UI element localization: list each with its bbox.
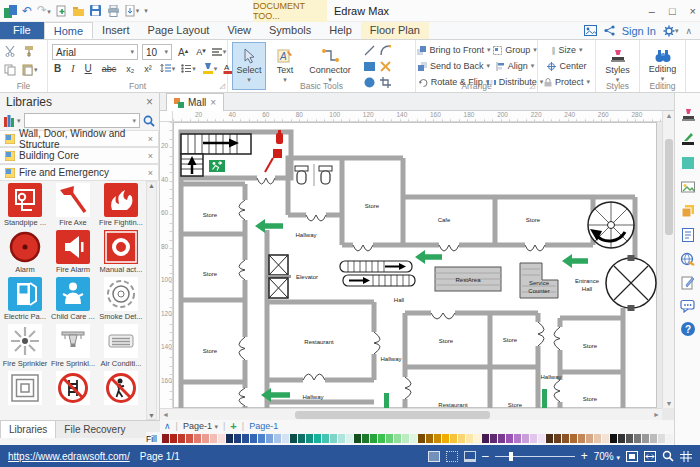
- page-selector[interactable]: Page-1 ▾: [183, 421, 218, 431]
- fill-swatch[interactable]: [194, 434, 201, 443]
- shrink-font-button[interactable]: A▾: [194, 47, 208, 57]
- tab-insert[interactable]: Insert: [93, 22, 139, 39]
- fill-swatch[interactable]: [338, 434, 345, 443]
- share-icon[interactable]: [604, 25, 615, 36]
- collapse-ribbon-icon[interactable]: ∧: [685, 26, 692, 36]
- fill-swatch[interactable]: [482, 434, 489, 443]
- fill-color-swatch-icon[interactable]: [680, 155, 696, 171]
- gear-icon[interactable]: ▾: [663, 25, 679, 37]
- edrawsoft-link[interactable]: https://www.edrawsoft.com/: [8, 451, 130, 462]
- library-section-building-core[interactable]: Building Core×: [0, 147, 159, 164]
- fill-swatch[interactable]: [322, 434, 329, 443]
- room-label[interactable]: Store: [583, 396, 598, 402]
- zoom-level[interactable]: 70% ▾: [594, 451, 620, 462]
- zoom-slider-thumb[interactable]: [509, 452, 513, 461]
- fill-swatch[interactable]: [234, 434, 241, 443]
- restroom-fixtures[interactable]: [295, 164, 332, 186]
- collapse-pagebar-icon[interactable]: ∧: [164, 421, 171, 431]
- tab-home[interactable]: Home: [44, 22, 93, 39]
- library-symbol[interactable]: Child Care ...: [49, 275, 97, 322]
- library-symbol[interactable]: [49, 369, 97, 416]
- vertical-scroll-thumb[interactable]: [665, 139, 673, 235]
- fill-swatch[interactable]: [538, 434, 545, 443]
- library-symbol[interactable]: Fire Sprinkl...: [49, 322, 97, 369]
- search-icon[interactable]: [143, 115, 155, 127]
- sign-in-link[interactable]: Sign In: [622, 25, 656, 37]
- fill-swatch[interactable]: [578, 434, 585, 443]
- library-symbol[interactable]: [1, 369, 49, 416]
- fill-swatch[interactable]: [626, 434, 633, 443]
- library-search-input[interactable]: ▾: [24, 113, 140, 128]
- room-label[interactable]: Store: [203, 348, 218, 354]
- tab-floor-plan[interactable]: Floor Plan: [361, 22, 429, 39]
- tab-file-recovery[interactable]: File Recovery: [56, 421, 133, 438]
- close-section-icon[interactable]: ×: [148, 168, 153, 178]
- scroll-down-icon[interactable]: ▼: [148, 412, 155, 419]
- libraries-panel-close-icon[interactable]: ×: [146, 95, 153, 109]
- fill-swatch[interactable]: [562, 434, 569, 443]
- room-label[interactable]: Hallway: [380, 356, 401, 362]
- fill-swatch[interactable]: [570, 434, 577, 443]
- library-symbol[interactable]: Fire Sprinkler: [1, 322, 49, 369]
- more-icon[interactable]: ▾: [144, 7, 148, 15]
- tab-page-layout[interactable]: Page Layout: [139, 22, 219, 39]
- size-button[interactable]: ∥Size▾: [551, 43, 582, 57]
- fill-swatch[interactable]: [362, 434, 369, 443]
- scroll-up-icon[interactable]: ▲: [148, 182, 155, 189]
- fill-swatch[interactable]: [426, 434, 433, 443]
- fill-swatch[interactable]: [514, 434, 521, 443]
- drawing-region[interactable]: Store Store Store Hallway Store Cafe Sto…: [173, 122, 662, 408]
- theme-pen-icon[interactable]: [680, 131, 696, 147]
- floor-plan-drawing[interactable]: Store Store Store Hallway Store Cafe Sto…: [173, 122, 657, 408]
- save-icon[interactable]: [90, 5, 102, 17]
- app-icon[interactable]: [4, 5, 17, 18]
- fill-swatch[interactable]: [242, 434, 249, 443]
- fit-width-icon[interactable]: [644, 451, 656, 462]
- zoom-in-icon[interactable]: +: [581, 449, 588, 463]
- underline-button[interactable]: U: [83, 63, 94, 74]
- fill-swatch[interactable]: [506, 434, 513, 443]
- tab-file[interactable]: File: [0, 22, 44, 39]
- fill-swatch[interactable]: [314, 434, 321, 443]
- room-label[interactable]: Restaurant: [304, 339, 334, 345]
- fill-swatch[interactable]: [202, 434, 209, 443]
- fill-swatch[interactable]: [290, 434, 297, 443]
- vertical-scrollbar[interactable]: ▲ ▼: [662, 111, 674, 408]
- room-label[interactable]: Store: [526, 217, 541, 223]
- open-icon[interactable]: [73, 5, 85, 17]
- fill-swatch[interactable]: [498, 434, 505, 443]
- line-spacing-icon[interactable]: ▾: [160, 64, 176, 74]
- send-to-back-button[interactable]: Send to Back▾: [418, 59, 490, 73]
- format-styles-icon[interactable]: [680, 107, 696, 123]
- copy-icon[interactable]: [4, 64, 16, 76]
- fill-swatch[interactable]: [490, 434, 497, 443]
- presentation-view-icon[interactable]: [464, 451, 476, 462]
- add-page-button[interactable]: +: [230, 420, 236, 432]
- minimize-button[interactable]: –: [649, 5, 655, 17]
- room-label[interactable]: Store: [439, 338, 454, 344]
- fill-swatch[interactable]: [642, 434, 649, 443]
- fill-swatch[interactable]: [634, 434, 641, 443]
- fill-swatch[interactable]: [274, 434, 281, 443]
- maximize-button[interactable]: □: [669, 5, 676, 17]
- screenshot-icon[interactable]: [584, 25, 597, 36]
- room-label[interactable]: Hallway: [295, 232, 316, 238]
- exit-sign[interactable]: [209, 160, 225, 172]
- help-icon[interactable]: ?: [680, 321, 696, 337]
- normal-view-icon[interactable]: [428, 451, 440, 462]
- grow-font-button[interactable]: A▴: [176, 47, 190, 58]
- fill-swatch[interactable]: [178, 434, 185, 443]
- fill-swatch[interactable]: [450, 434, 457, 443]
- fill-swatch[interactable]: [594, 434, 601, 443]
- notes-icon[interactable]: [680, 227, 696, 243]
- library-symbol[interactable]: Electric Pa...: [1, 275, 49, 322]
- fill-swatch[interactable]: [434, 434, 441, 443]
- italic-button[interactable]: I: [69, 63, 76, 74]
- spiral-staircase[interactable]: [588, 202, 634, 248]
- new-page-icon[interactable]: [56, 5, 68, 17]
- line-tool-icon[interactable]: [362, 43, 377, 58]
- zoom-area-icon[interactable]: [662, 450, 674, 462]
- center-button[interactable]: Center: [547, 59, 586, 73]
- print-icon[interactable]: [107, 5, 120, 17]
- page-tab-active[interactable]: Page-1: [249, 421, 278, 431]
